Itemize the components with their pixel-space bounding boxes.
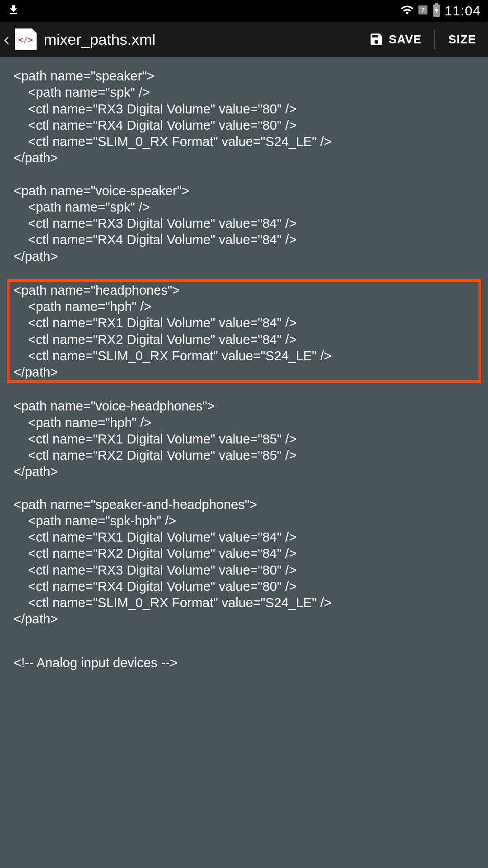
battery-icon bbox=[432, 3, 441, 19]
code-block-highlighted[interactable]: <path name="headphones"> <path name="hph… bbox=[8, 281, 480, 382]
svg-text:?: ? bbox=[421, 6, 425, 14]
code-block[interactable]: <path name="voice-headphones"> <path nam… bbox=[14, 398, 474, 480]
code-block[interactable]: <path name="speaker"> <path name="spk" /… bbox=[14, 68, 474, 166]
status-right: ? 11:04 bbox=[400, 3, 481, 19]
status-time: 11:04 bbox=[445, 3, 481, 19]
app-bar: ‹ </> mixer_paths.xml SAVE SIZE bbox=[0, 22, 488, 57]
wifi-icon bbox=[400, 3, 414, 19]
size-button[interactable]: SIZE bbox=[439, 33, 485, 47]
file-title: mixer_paths.xml bbox=[44, 31, 357, 48]
signal-icon: ? bbox=[418, 4, 428, 18]
file-type-icon: </> bbox=[15, 28, 37, 50]
code-block[interactable]: <path name="voice-speaker"> <path name="… bbox=[14, 183, 474, 264]
download-icon bbox=[7, 4, 20, 18]
code-editor[interactable]: <path name="speaker"> <path name="spk" /… bbox=[0, 57, 488, 868]
status-bar: ? 11:04 bbox=[0, 0, 488, 22]
back-button[interactable]: ‹ bbox=[3, 30, 10, 49]
save-label: SAVE bbox=[389, 33, 422, 47]
code-comment: <!-- Analog input devices --> bbox=[14, 655, 474, 671]
status-left bbox=[7, 4, 20, 18]
action-divider bbox=[434, 29, 435, 49]
floppy-icon bbox=[369, 32, 384, 47]
save-button[interactable]: SAVE bbox=[361, 32, 430, 47]
code-block[interactable]: <path name="speaker-and-headphones"> <pa… bbox=[14, 496, 474, 627]
svg-rect-2 bbox=[435, 3, 438, 5]
